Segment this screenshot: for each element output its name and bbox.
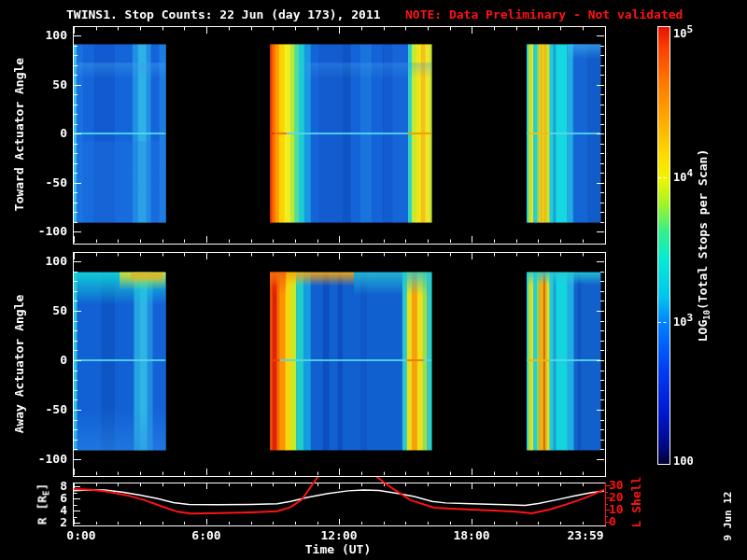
x-axis-tick: 0:00: [49, 528, 114, 543]
preliminary-note: NOTE: Data Preliminary - Not validated: [405, 7, 683, 22]
panel2-ytick: 50: [28, 303, 67, 318]
x-axis-tick: 12:00: [306, 528, 372, 543]
panel2-y-axis-title: Away Actuator Angle: [12, 295, 27, 434]
panel1-ytick: -50: [28, 175, 67, 190]
x-axis-tick: 23:59: [553, 528, 618, 543]
panel1-ytick: 100: [28, 28, 67, 43]
panel1-y-axis-title: Toward Actuator Angle: [12, 58, 27, 211]
panel1-ytick: 50: [28, 77, 67, 92]
lshell-axis-tick: 0: [609, 514, 637, 529]
panel2-ytick: 100: [28, 254, 67, 269]
colorbar-tick: 105: [673, 26, 711, 42]
panel2-ytick: 0: [28, 353, 67, 368]
colorbar-tick: 100: [673, 454, 711, 469]
colorbar-tick: 103: [673, 315, 711, 330]
panel2-ytick: -100: [28, 452, 67, 467]
panel1-ytick: 0: [28, 126, 67, 141]
date-stamp: 9 Jun 12: [721, 492, 736, 541]
x-axis-title: Time (UT): [282, 542, 394, 557]
colorbar-tick: 104: [673, 170, 711, 186]
twins-stop-counts-plot: TWINS1. Stop Counts: 22 Jun (day 173), 2…: [0, 0, 747, 560]
x-axis-tick: 18:00: [439, 528, 504, 543]
panel2-ytick: -50: [28, 402, 67, 417]
x-axis-tick: 6:00: [174, 528, 239, 543]
plot-title: TWINS1. Stop Counts: 22 Jun (day 173), 2…: [66, 7, 381, 22]
panel1-ytick: -100: [28, 224, 67, 239]
